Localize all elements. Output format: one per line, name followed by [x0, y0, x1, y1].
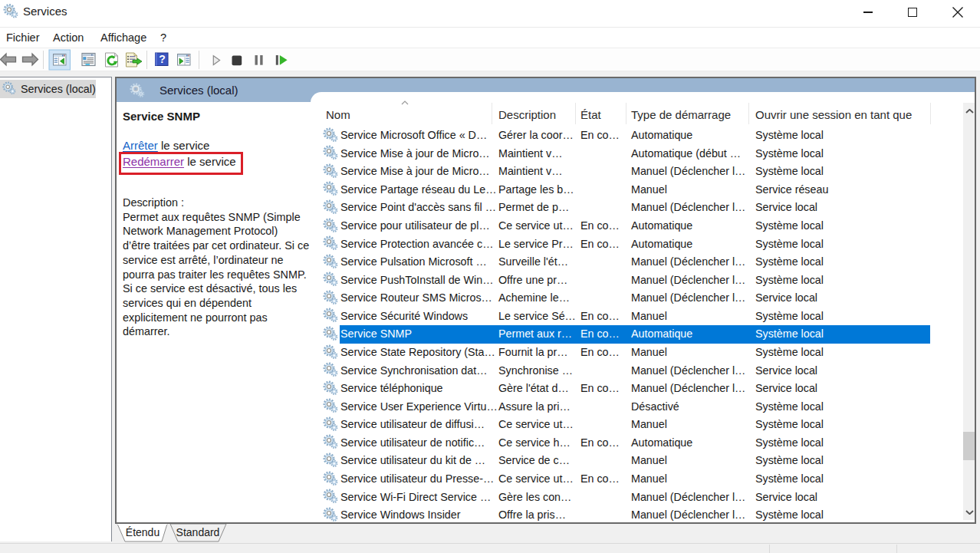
svg-text:Étendu: Étendu [126, 526, 159, 538]
svg-text:Standard: Standard [176, 526, 220, 538]
svg-text:?: ? [159, 53, 166, 65]
